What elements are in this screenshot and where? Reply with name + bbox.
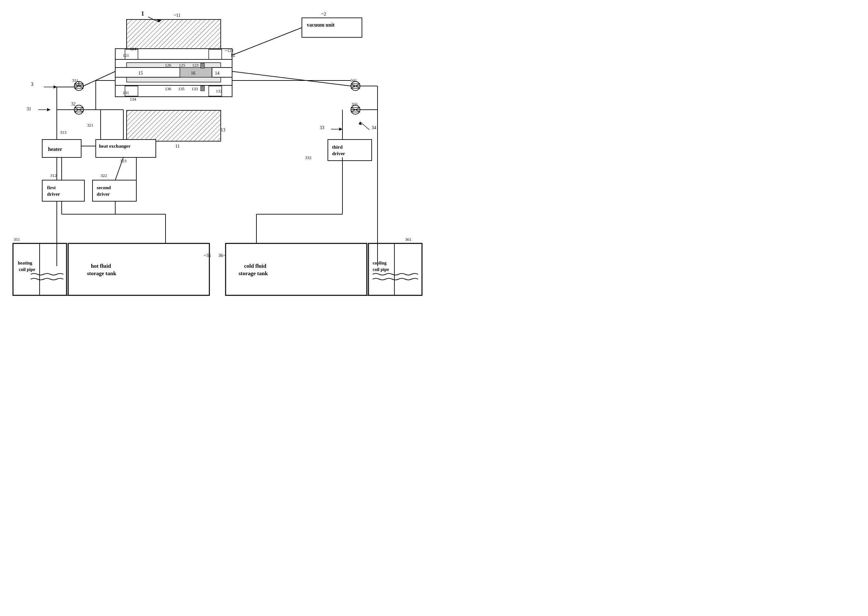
label-32: 32	[71, 102, 75, 107]
label-121: 121	[123, 53, 129, 58]
heat-exchanger-label: heat exchanger	[99, 143, 131, 149]
label-11-bot: 11	[175, 144, 179, 149]
svg-rect-11	[180, 68, 212, 77]
label-332: 332	[305, 155, 311, 160]
label-12: 12	[231, 53, 235, 58]
first-driver-label2: driver	[47, 192, 60, 197]
label-36: 36~	[219, 253, 226, 258]
svg-rect-20	[302, 18, 362, 37]
label-351: 351	[14, 237, 20, 242]
third-driver-label: third	[332, 145, 343, 149]
label-322: 322	[101, 173, 107, 178]
label-341: 341	[351, 78, 357, 83]
label-135: 135	[178, 86, 185, 91]
cooling-coil-label2: coil pipe	[373, 267, 389, 272]
label-11-top: ~11	[174, 13, 181, 18]
label-321: 321	[87, 123, 93, 127]
label-31: 31	[27, 107, 31, 111]
label-136: 136	[165, 86, 171, 91]
first-driver-label: first	[47, 185, 56, 190]
label-33: 33	[320, 125, 324, 130]
label-311: 311	[72, 78, 78, 83]
label-13: 13	[221, 127, 225, 132]
label-124: 124	[130, 46, 136, 51]
svg-rect-16	[201, 63, 204, 68]
hot-fluid-tank-label: hot fluid	[91, 263, 111, 269]
label-331: 331	[352, 102, 358, 107]
second-driver-label: second	[97, 185, 111, 190]
label-134: 134	[130, 97, 136, 102]
svg-rect-44	[42, 180, 84, 201]
svg-rect-72	[226, 244, 367, 295]
label-312: 312	[50, 173, 57, 178]
svg-rect-3	[127, 19, 221, 49]
label-361: 361	[405, 237, 412, 242]
label-123: 123	[192, 63, 199, 68]
svg-rect-4	[127, 110, 221, 141]
heater-label: heater	[48, 146, 62, 152]
svg-rect-10	[115, 68, 180, 77]
heating-coil-label2: coil pipe	[19, 267, 35, 272]
label-1: 1	[141, 10, 144, 17]
label-122: ~122	[225, 48, 234, 53]
label-323: 323	[120, 159, 127, 163]
svg-rect-66	[328, 140, 372, 161]
label-2: ~2	[321, 12, 326, 17]
cooling-coil-label: cooling	[373, 261, 387, 266]
label-313: 313	[60, 130, 66, 135]
label-34: 34	[372, 125, 376, 130]
label-131: 131	[123, 90, 129, 95]
label-3: 3	[31, 82, 33, 87]
label-126: 126	[165, 63, 171, 68]
svg-rect-17	[201, 86, 204, 91]
third-driver-label2: driver	[332, 151, 345, 156]
heating-coil-label: heating	[18, 261, 32, 266]
label-35: ~35	[204, 253, 211, 258]
cold-fluid-tank-label: cold fluid	[244, 263, 266, 269]
label-125: 125	[179, 63, 186, 68]
svg-rect-45	[93, 180, 136, 201]
label-14: 14	[215, 71, 219, 75]
label-16: 16	[191, 71, 195, 75]
cold-fluid-tank-label2: storage tank	[239, 270, 268, 277]
label-133: 133	[192, 86, 198, 91]
second-driver-label2: driver	[97, 192, 110, 197]
svg-rect-71	[68, 244, 209, 295]
label-15: 15	[138, 71, 143, 75]
vacuum-unit-label: vacuum unit	[307, 22, 335, 28]
label-132: 132	[216, 89, 222, 93]
hot-fluid-tank-label2: storage tank	[87, 270, 116, 277]
svg-rect-7	[209, 49, 222, 60]
